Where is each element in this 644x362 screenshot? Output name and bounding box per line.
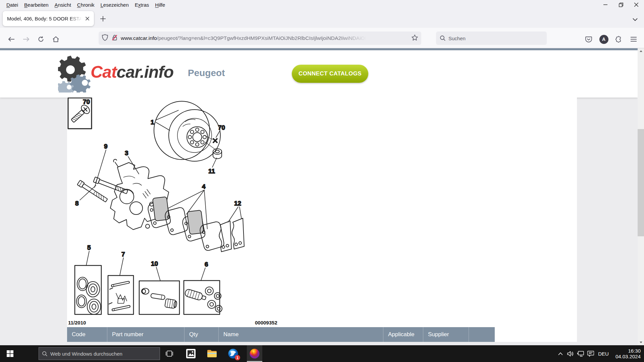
spring-kit-box-7 [108,276,133,314]
close-window-icon[interactable] [629,0,644,9]
window-controls [598,0,644,9]
diagram-label-8: 8 [75,200,79,207]
tab-list-chevron-icon[interactable] [629,14,641,25]
seal-kit-box-5 [75,265,101,314]
parts-table-header: Code Part number Qty Name Applicable Sup… [67,327,495,342]
tray-chevron-up-icon[interactable] [555,345,566,362]
notification-badge: 1 [235,355,240,360]
diagram-label-11: 11 [208,168,215,175]
menu-bearbeiten[interactable]: Bearbeiten [21,2,52,8]
diagram-label-9: 9 [104,143,108,150]
tray-clock[interactable]: 16:30 04.03.2024 [612,345,641,362]
firefox-icon [249,348,260,359]
magnifier-icon [440,36,445,41]
menu-hilfe[interactable]: Hilfe [152,2,168,8]
pad-shims [219,218,244,252]
brake-parts-diagram: 70 1 [67,98,302,327]
scrollbar-thumb[interactable] [638,129,644,236]
menu-ansicht[interactable]: Ansicht [52,2,74,8]
guide-bolt-9 [77,180,108,203]
account-avatar[interactable]: A [598,34,609,45]
task-view-button[interactable] [162,345,177,362]
diagram-sheet-code: 00009352 [255,320,277,325]
taskbar-search-field[interactable]: Web und Windows durchsuchen [39,347,160,360]
scrollbar[interactable] [638,48,644,345]
guide-pin-kit-box-10 [139,281,179,314]
windows-logo-icon [7,350,13,357]
file-explorer-icon [207,349,217,358]
lock-slash-icon[interactable] [111,34,118,42]
column-supplier: Supplier [423,327,469,342]
tray-date: 04.03.2024 [615,354,641,359]
catalog-card: 70 1 [67,98,577,342]
diagram-label-10: 10 [151,260,158,267]
browser-search-field[interactable]: Suchen [436,32,547,45]
column-part-number: Part number [107,327,184,342]
pocket-icon[interactable] [583,34,594,45]
brand-name: Peugeot [188,68,225,78]
search-placeholder: Suchen [448,36,466,41]
task-view-icon [166,351,173,357]
photos-icon [186,349,196,359]
column-applicable: Applicable [383,327,423,342]
tray-network-icon[interactable] [575,345,586,362]
navigation-toolbar: www.catcar.info /peugeot/?lang=en&l=c3Q9… [0,28,644,48]
diagram-label-12: 12 [234,200,241,207]
firefox-app-button[interactable] [247,345,262,362]
thunderbird-app-button[interactable]: 1 [225,345,241,362]
page-content: Catcar.info Peugeot CONNECT CATALOGS 70 [0,50,638,345]
diagram-label-70-screw: 70 [218,124,225,131]
taskbar-search-placeholder: Web und Windows durchsuchen [50,351,122,357]
gears-icon [58,55,92,93]
reload-icon[interactable] [35,34,47,45]
hamburger-menu-icon[interactable] [628,34,639,45]
diagram-date: 11/2010 [68,320,86,325]
menu-lesezeichen[interactable]: Lesezeichen [98,2,132,8]
new-tab-button[interactable] [97,13,109,24]
restore-icon[interactable] [613,0,629,9]
catcar-logo[interactable]: Catcar.info [58,55,199,93]
site-header: Catcar.info Peugeot CONNECT CATALOGS [0,50,638,98]
guide-bolt-8 [93,177,128,195]
minimize-icon[interactable] [598,0,613,9]
back-icon[interactable] [6,34,17,45]
url-text: www.catcar.info /peugeot/?lang=en&l=c3Q9… [121,35,412,41]
diagram-label-6: 6 [205,261,208,268]
scroll-up-icon[interactable] [638,48,644,54]
extensions-puzzle-icon[interactable] [613,34,625,45]
tray-language[interactable]: DEU [597,345,610,362]
taskbar: Web und Windows durchsuchen [0,345,644,362]
logo-text: Catcar.info [91,62,173,82]
bookmark-star-icon[interactable] [412,35,418,42]
start-button[interactable] [0,345,20,362]
column-name: Name [219,327,383,342]
brake-disc [154,101,220,161]
connect-catalogs-button[interactable]: CONNECT CATALOGS [292,65,368,83]
file-explorer-button[interactable] [204,345,220,362]
diagram-label-70-box: 70 [83,98,90,105]
menu-bar: DateiBearbeitenAnsichtChronikLesezeichen… [0,0,644,9]
scroll-down-icon[interactable] [638,340,644,345]
tab-close-icon[interactable] [83,15,91,23]
tab-model-406[interactable]: Model, 406, Body: 5 DOOR ESTATE / [3,11,94,26]
menu-items: DateiBearbeitenAnsichtChronikLesezeichen… [0,2,168,8]
taskbar-magnifier-icon [42,351,47,356]
diagram-label-7: 7 [121,251,125,258]
column-qty: Qty [184,327,219,342]
tab-bar: Model, 406, Body: 5 DOOR ESTATE / [0,9,644,28]
tray-volume-icon[interactable] [565,345,576,362]
photos-app-button[interactable] [183,345,199,362]
avatar-letter: A [602,37,605,42]
home-icon[interactable] [50,34,61,45]
menu-extras[interactable]: Extras [132,2,152,8]
column-code: Code [67,327,107,342]
tracking-shield-icon[interactable] [102,34,108,42]
url-bar[interactable]: www.catcar.info /peugeot/?lang=en&l=c3Q9… [99,32,421,45]
tray-action-center-icon[interactable] [585,345,596,362]
menu-chronik[interactable]: Chronik [74,2,98,8]
forward-icon[interactable] [20,34,32,45]
diagram-label-4: 4 [202,183,206,190]
diagram-label-5: 5 [87,244,91,251]
brake-pads [147,196,225,251]
menu-datei[interactable]: Datei [3,2,21,8]
